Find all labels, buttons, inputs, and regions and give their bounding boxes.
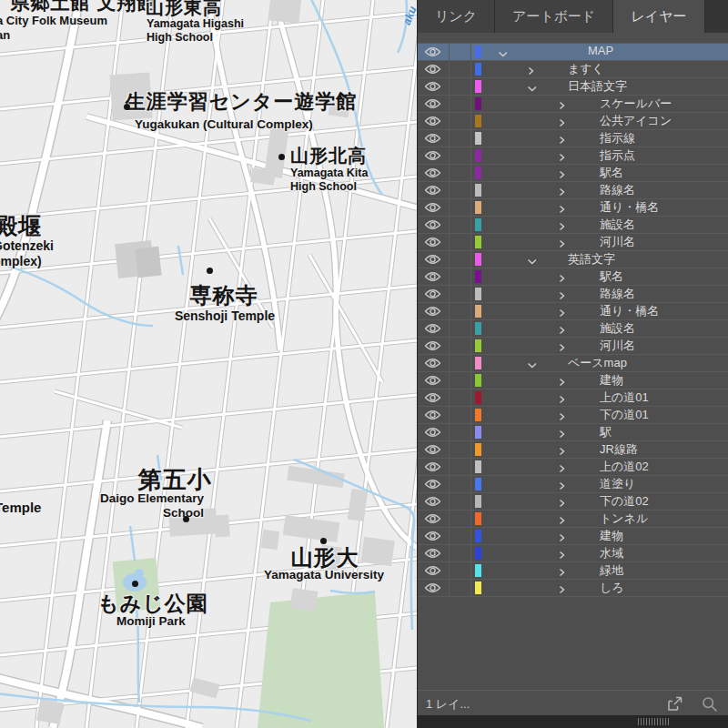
layer-row[interactable]: 指示線 [418,130,728,147]
layer-row[interactable]: 下の道01 [418,407,728,424]
visibility-toggle-icon[interactable] [424,531,442,542]
chevron-right-icon[interactable] [558,168,569,177]
visibility-toggle-icon[interactable] [424,582,442,594]
visibility-toggle-icon[interactable] [424,64,442,76]
chevron-right-icon[interactable] [558,480,569,489]
panel-resize-strip[interactable] [418,715,728,728]
chevron-right-icon[interactable] [558,220,569,229]
chevron-right-icon[interactable] [558,514,569,523]
layer-row[interactable]: 通り・橋名 [418,199,728,217]
chevron-right-icon[interactable] [558,134,569,143]
visibility-toggle-icon[interactable] [424,565,442,577]
visibility-toggle-icon[interactable] [424,375,442,387]
chevron-right-icon[interactable] [558,583,569,592]
chevron-right-icon[interactable] [558,238,569,247]
chevron-right-icon[interactable] [558,186,569,195]
chevron-right-icon[interactable] [558,566,569,575]
chevron-right-icon[interactable] [558,497,569,506]
visibility-toggle-icon[interactable] [424,116,442,127]
layer-row[interactable]: JR線路 [418,441,728,459]
chevron-down-icon[interactable] [527,82,538,91]
chevron-right-icon[interactable] [558,393,569,402]
chevron-right-icon[interactable] [558,531,569,541]
layer-row[interactable]: 建物 [418,372,728,389]
chevron-right-icon[interactable] [558,445,569,454]
visibility-toggle-icon[interactable] [424,150,442,162]
visibility-toggle-icon[interactable] [424,237,442,248]
chevron-right-icon[interactable] [558,116,569,126]
visibility-toggle-icon[interactable] [424,288,442,300]
search-icon[interactable] [702,696,718,715]
visibility-toggle-icon[interactable] [424,548,442,560]
chevron-right-icon[interactable] [558,462,569,471]
layer-row[interactable]: しろ [418,580,728,597]
chevron-right-icon[interactable] [558,99,569,108]
layer-row[interactable]: 上の道01 [418,389,728,407]
chevron-right-icon[interactable] [558,549,569,558]
visibility-toggle-icon[interactable] [424,271,442,283]
layer-row[interactable]: 公共アイコン [418,113,728,130]
visibility-toggle-icon[interactable] [424,479,442,490]
visibility-toggle-icon[interactable] [424,461,442,473]
visibility-toggle-icon[interactable] [424,323,442,335]
layer-row[interactable]: 英語文字 [418,251,728,268]
visibility-toggle-icon[interactable] [424,306,442,318]
layer-row[interactable]: 緑地 [418,562,728,580]
visibility-toggle-icon[interactable] [424,81,442,93]
layer-row[interactable]: 下の道02 [418,493,728,511]
chevron-right-icon[interactable] [558,289,569,298]
visibility-toggle-icon[interactable] [424,496,442,508]
layer-row[interactable]: 建物 [418,528,728,545]
visibility-toggle-icon[interactable] [424,133,442,145]
layer-row[interactable]: 施設名 [418,217,728,234]
layer-row[interactable]: 通り・橋名 [418,303,728,320]
layer-row[interactable]: 施設名 [418,320,728,338]
layer-row[interactable]: 河川名 [418,338,728,355]
layer-row[interactable]: 駅名 [418,268,728,286]
layer-row[interactable]: ベースmap [418,355,728,372]
chevron-right-icon[interactable] [558,307,569,316]
visibility-toggle-icon[interactable] [424,46,442,58]
chevron-right-icon[interactable] [558,324,569,333]
tab-links[interactable]: リンク [418,0,495,33]
layer-row[interactable]: トンネル [418,511,728,528]
visibility-toggle-icon[interactable] [424,358,442,369]
visibility-toggle-icon[interactable] [424,167,442,179]
layer-row[interactable]: 上の道02 [418,459,728,476]
layer-row[interactable]: 水域 [418,545,728,562]
map-canvas[interactable]: 県郷土館 文翔館a City Folk Museuman山形東高Yamagata… [0,0,417,728]
tab-layers[interactable]: レイヤー [613,0,704,33]
visibility-toggle-icon[interactable] [424,98,442,110]
visibility-toggle-icon[interactable] [424,410,442,421]
chevron-right-icon[interactable] [558,203,569,212]
visibility-toggle-icon[interactable] [424,340,442,352]
collect-export-icon[interactable] [667,696,684,714]
visibility-toggle-icon[interactable] [424,185,442,197]
visibility-toggle-icon[interactable] [424,254,442,266]
layer-row[interactable]: スケールバー [418,96,728,113]
chevron-down-icon[interactable] [498,47,509,56]
visibility-toggle-icon[interactable] [424,444,442,456]
visibility-toggle-icon[interactable] [424,219,442,231]
chevron-right-icon[interactable] [558,376,569,385]
layer-row[interactable]: 河川名 [418,234,728,251]
layer-row[interactable]: 日本語文字 [418,78,728,96]
layer-row[interactable]: 道塗り [418,476,728,493]
chevron-right-icon[interactable] [558,272,569,281]
layer-row[interactable]: 駅名 [418,165,728,182]
layer-row[interactable]: 指示点 [418,147,728,165]
chevron-right-icon[interactable] [558,341,569,350]
visibility-toggle-icon[interactable] [424,427,442,439]
layer-row[interactable]: 路線名 [418,182,728,199]
layer-row[interactable]: MAP [418,44,728,61]
chevron-down-icon[interactable] [527,255,538,264]
chevron-right-icon[interactable] [558,410,569,420]
layer-row[interactable]: 駅 [418,424,728,441]
visibility-toggle-icon[interactable] [424,392,442,404]
chevron-right-icon[interactable] [558,428,569,437]
tab-artboards[interactable]: アートボード [495,0,613,33]
layer-row[interactable]: 路線名 [418,286,728,303]
layer-row[interactable]: ますく [418,61,728,78]
visibility-toggle-icon[interactable] [424,513,442,525]
chevron-right-icon[interactable] [558,151,569,160]
